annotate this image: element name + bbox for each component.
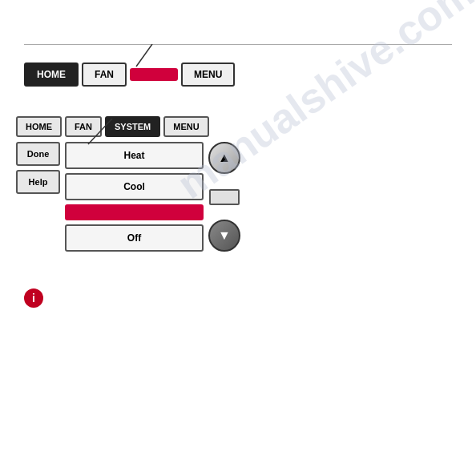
help-button[interactable]: Help	[16, 170, 60, 194]
heat-button[interactable]: Heat	[65, 142, 204, 169]
system-panel: HOME FAN SYSTEM MENU Done Help Heat Cool…	[16, 116, 240, 252]
nav-bar-2: HOME FAN SYSTEM MENU	[16, 116, 240, 137]
active-mode-button[interactable]	[65, 204, 204, 220]
left-buttons: Done Help	[16, 142, 60, 252]
nav1-home-button[interactable]: HOME	[24, 63, 79, 87]
nav2-fan-button[interactable]: FAN	[65, 116, 102, 137]
control-area: Done Help Heat Cool Off ▲ ▼	[16, 142, 240, 252]
nav1-fan-button[interactable]: FAN	[82, 63, 127, 87]
options-column: Heat Cool Off	[65, 142, 204, 252]
nav1-menu-button[interactable]: MENU	[181, 63, 235, 87]
nav1-active-button[interactable]	[130, 68, 178, 81]
nav2-menu-button[interactable]: MENU	[163, 116, 208, 137]
nav2-home-button[interactable]: HOME	[16, 116, 62, 137]
info-symbol: i	[32, 292, 35, 305]
down-arrow-button[interactable]: ▼	[208, 220, 240, 252]
arrows-column: ▲ ▼	[208, 142, 240, 252]
nav2-system-button[interactable]: SYSTEM	[105, 116, 160, 137]
cool-button[interactable]: Cool	[65, 173, 204, 200]
up-arrow-icon: ▲	[218, 151, 231, 165]
up-arrow-button[interactable]: ▲	[208, 142, 240, 174]
middle-rect	[209, 189, 240, 205]
top-divider	[24, 44, 452, 45]
info-icon[interactable]: i	[24, 288, 43, 308]
done-button[interactable]: Done	[16, 142, 60, 166]
off-button[interactable]: Off	[65, 224, 204, 252]
nav-bar-1: HOME FAN MENU	[24, 63, 235, 87]
down-arrow-icon: ▼	[218, 228, 231, 243]
